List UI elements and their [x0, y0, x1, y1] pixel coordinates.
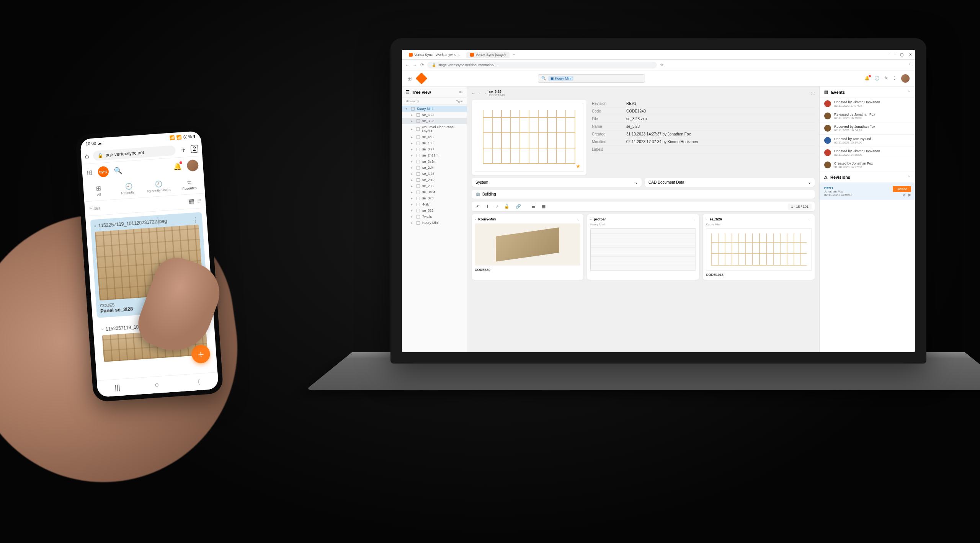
branch-icon[interactable]: ⑂	[494, 204, 500, 210]
pager[interactable]: 1 - 15 / 101	[788, 204, 812, 210]
undo-icon[interactable]: ↶	[475, 203, 481, 210]
recents-icon[interactable]: |||	[114, 383, 120, 392]
back-icon[interactable]: ←	[405, 62, 410, 68]
tree-item[interactable]: ▸se_205	[402, 183, 467, 189]
search-icon[interactable]: 🔍	[114, 166, 122, 175]
tree-item[interactable]: ▸se_4n5	[402, 134, 467, 140]
tree-item[interactable]: ▸4-slv	[402, 201, 467, 207]
tag-icon[interactable]: ⚑	[908, 193, 911, 197]
apps-grid-icon[interactable]: ⊞	[407, 75, 412, 82]
user-avatar[interactable]	[186, 159, 199, 171]
event-item[interactable]: Reserved by Jonathan Fox02.11.2023 16:54…	[820, 122, 915, 135]
card-more-icon[interactable]: ⋮	[577, 217, 580, 221]
chevron-icon: ▸	[411, 142, 414, 145]
event-item[interactable]: Updated by Tore Nylund02.11.2023 15:14:5…	[820, 135, 915, 147]
tree-item[interactable]: ▸se_3i26	[402, 171, 467, 177]
content-card[interactable]: ▫se_3i26Koury Mini⋮CODE1013	[703, 214, 815, 280]
tree-item[interactable]: ▸se_2t12	[402, 177, 467, 183]
event-item[interactable]: Updated by Kimmo Honkanen02.11.2023 17:3…	[820, 98, 915, 110]
section-system[interactable]: System ⌄	[472, 178, 642, 187]
tree-item[interactable]: ▸Koury Mini	[402, 220, 467, 226]
tree-item[interactable]: ▸se_2d4	[402, 165, 467, 171]
compare-icon[interactable]: ✕	[902, 193, 905, 197]
tab-label: Recently visited	[147, 188, 172, 193]
event-item[interactable]: Created by Jonathan Fox31.10.2023 14:27:…	[820, 159, 915, 171]
apps-grid-icon[interactable]: ⊞	[87, 168, 93, 177]
tree-item[interactable]: ▾Koury Mini	[402, 106, 467, 112]
list-view-icon[interactable]: ☰	[530, 203, 537, 210]
home-icon[interactable]: ⌂	[85, 152, 89, 160]
grid-view-icon[interactable]: ▦	[188, 197, 194, 205]
drawing-preview[interactable]: ★	[475, 103, 583, 172]
section-caddoc[interactable]: CAD Document Data ⌄	[645, 178, 815, 187]
tree-item[interactable]: ▸se_323	[402, 207, 467, 214]
global-search[interactable]: 🔍 ▣ Koury Mini	[538, 74, 645, 83]
revision-item[interactable]: REV1 Jonathan Fox 02.11.2023 14:45:48 Re…	[820, 183, 915, 200]
window-maximize-icon[interactable]: ▢	[900, 52, 903, 57]
section-building[interactable]: 🏢 Building	[472, 190, 815, 199]
lock-icon[interactable]: 🔒	[503, 203, 511, 210]
grid-view-icon[interactable]: ▦	[540, 203, 547, 210]
user-avatar[interactable]	[901, 74, 910, 83]
collapse-icon[interactable]: ⇤	[459, 90, 463, 95]
content-card[interactable]: ▫Koury-Mini⋮CODE580	[472, 214, 583, 280]
phone-tab[interactable]: ⊞All	[83, 180, 114, 201]
tabs-icon[interactable]: 2	[191, 145, 198, 153]
card-more-icon[interactable]: ⋮	[808, 217, 812, 221]
expand-icon[interactable]: ⛶	[811, 91, 815, 95]
search-chip[interactable]: ▣ Koury Mini	[548, 76, 573, 81]
tree-item[interactable]: ▸se_3s34	[402, 189, 467, 195]
bookmark-star-icon[interactable]: ☆	[660, 62, 664, 67]
app-logo-icon[interactable]	[415, 72, 427, 84]
event-item[interactable]: Released by Jonathan Fox02.11.2023 16:59…	[820, 110, 915, 122]
browser-tab-1[interactable]: Vertex Sync - Work anywher...	[405, 52, 464, 58]
tree-item[interactable]: ▸4th Level Floor Panel Layout	[402, 124, 467, 134]
chevron-down-icon: ⌄	[635, 180, 638, 184]
events-header[interactable]: ▤ Events ⌃	[820, 86, 915, 98]
tree-item[interactable]: ▸se_2n12m	[402, 152, 467, 158]
metadata-panel: RevisionREV1CodeCODE1240Filese_3i28.vxpN…	[592, 100, 815, 175]
new-tab-button[interactable]: ＋	[512, 52, 516, 57]
back-arrow-icon[interactable]: ←	[472, 91, 475, 95]
app-logo-icon[interactable]: Sync	[98, 166, 109, 178]
tree-item[interactable]: ▸se_320	[402, 195, 467, 201]
history-icon[interactable]: 🕘	[874, 76, 880, 81]
browser-tab-2[interactable]: Vertex Sync (stage)	[466, 52, 510, 58]
notifications-icon[interactable]: 🔔	[864, 76, 870, 81]
card-more-icon[interactable]: ⋮	[192, 216, 199, 224]
chevron-icon: ▸	[411, 166, 414, 170]
tree-item[interactable]: ▸se_188	[402, 140, 467, 146]
phone-tab[interactable]: 🕘Recently visited	[143, 176, 175, 197]
phone-tab[interactable]: ☆Favorites	[173, 174, 205, 195]
phone-tab[interactable]: 🕘Recently...	[113, 178, 144, 199]
tree-item[interactable]: ▸se_3s3n	[402, 158, 467, 165]
edit-icon[interactable]: ✎	[884, 76, 888, 81]
favorite-star-icon[interactable]: ★	[576, 163, 581, 169]
window-close-icon[interactable]: ✕	[909, 52, 912, 57]
notifications-icon[interactable]: 🔔	[173, 162, 182, 171]
address-input[interactable]: 🔒 stage.vertexsync.net/documentation/...	[427, 62, 657, 68]
home-icon[interactable]: ○	[155, 381, 159, 389]
table-thumbnail	[590, 228, 696, 271]
extension-icon[interactable]: ⋮	[908, 62, 912, 67]
tree-item[interactable]: ▸7walls	[402, 214, 467, 220]
filter-input[interactable]: Filter	[89, 199, 186, 212]
event-item[interactable]: Updated by Kimmo Honkanen02.11.2023 14:5…	[820, 147, 915, 159]
card-more-icon[interactable]: ⋮	[693, 217, 696, 221]
link-icon[interactable]: 🔗	[514, 203, 523, 210]
tree-item[interactable]: ▸se_3i22	[402, 112, 467, 118]
add-icon[interactable]: ＋	[478, 91, 482, 96]
new-tab-icon[interactable]: ＋	[179, 144, 188, 155]
tree-item[interactable]: ▸se_3i28	[402, 118, 467, 124]
back-icon[interactable]: 〈	[193, 377, 201, 387]
download-icon[interactable]: ⬇	[484, 203, 491, 210]
window-minimize-icon[interactable]: —	[891, 52, 895, 57]
revisions-header[interactable]: △ Revisions ⌃	[820, 171, 915, 183]
sort-icon[interactable]: ≡	[197, 197, 201, 205]
forward-icon[interactable]: →	[413, 62, 417, 68]
reload-icon[interactable]: ⟳	[420, 62, 424, 68]
revise-button[interactable]: Revise	[893, 186, 911, 192]
content-card[interactable]: ▫profparKoury Mini⋮	[587, 214, 699, 280]
tree-item[interactable]: ▸se_3i27	[402, 146, 467, 152]
more-icon[interactable]: ⋮	[892, 76, 897, 81]
